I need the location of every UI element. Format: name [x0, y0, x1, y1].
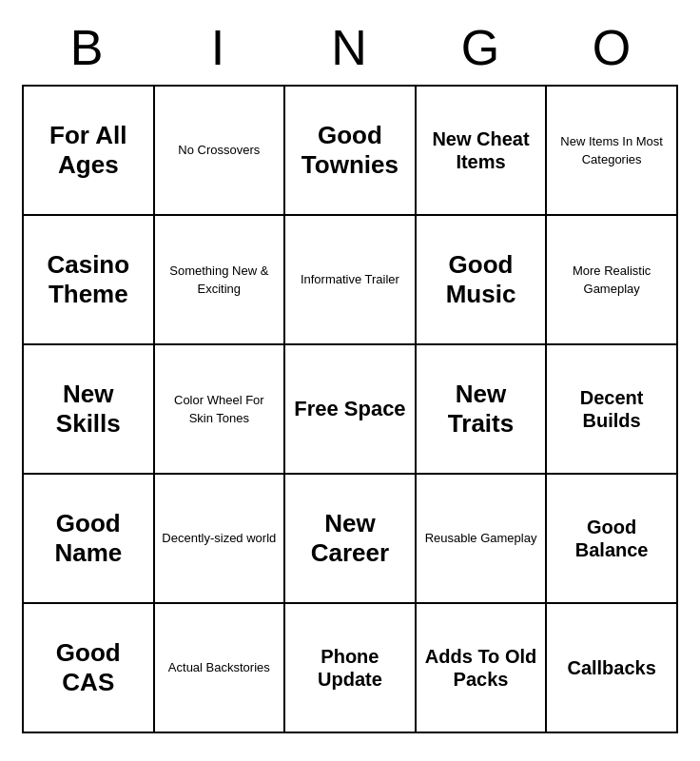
- letter-b: B: [26, 19, 149, 76]
- cell-r1c3: Good Music: [416, 215, 546, 344]
- cell-r1c4: More Realistic Gameplay: [546, 215, 677, 344]
- bingo-header: B I N G O: [22, 10, 678, 81]
- cell-r2c2: Free Space: [284, 344, 416, 474]
- cell-r0c4: New Items In Most Categories: [546, 86, 677, 215]
- cell-r4c1: Actual Backstories: [154, 603, 284, 732]
- cell-r1c0: Casino Theme: [23, 215, 154, 344]
- cell-r4c2: Phone Update: [284, 603, 416, 732]
- cell-r3c4: Good Balance: [546, 474, 677, 603]
- letter-o: O: [551, 19, 674, 76]
- table-row: New Skills Color Wheel For Skin Tones Fr…: [23, 344, 677, 474]
- cell-r1c2: Informative Trailer: [284, 215, 416, 344]
- cell-r0c3: New Cheat Items: [416, 86, 546, 215]
- cell-r3c0: Good Name: [23, 474, 154, 603]
- cell-r2c3: New Traits: [416, 344, 546, 474]
- cell-r0c2: Good Townies: [284, 86, 416, 215]
- cell-r2c1: Color Wheel For Skin Tones: [154, 344, 284, 474]
- cell-r3c2: New Career: [284, 474, 416, 603]
- cell-r0c0: For All Ages: [23, 86, 154, 215]
- table-row: Good Name Decently-sized world New Caree…: [23, 474, 677, 603]
- cell-r2c0: New Skills: [23, 344, 154, 474]
- letter-n: N: [288, 19, 412, 76]
- table-row: Good CAS Actual Backstories Phone Update…: [23, 603, 677, 732]
- cell-r0c1: No Crossovers: [154, 86, 284, 215]
- letter-i: I: [157, 19, 281, 76]
- table-row: Casino Theme Something New & Exciting In…: [23, 215, 677, 344]
- cell-r1c1: Something New & Exciting: [154, 215, 284, 344]
- cell-r2c4: Decent Builds: [546, 344, 677, 474]
- cell-r4c3: Adds To Old Packs: [416, 603, 546, 732]
- table-row: For All Ages No Crossovers Good Townies …: [23, 86, 677, 215]
- cell-r3c1: Decently-sized world: [154, 474, 284, 603]
- cell-r4c4: Callbacks: [546, 603, 677, 732]
- cell-r3c3: Reusable Gameplay: [416, 474, 546, 603]
- letter-g: G: [419, 19, 543, 76]
- cell-r4c0: Good CAS: [23, 603, 154, 732]
- bingo-table: For All Ages No Crossovers Good Townies …: [22, 85, 678, 733]
